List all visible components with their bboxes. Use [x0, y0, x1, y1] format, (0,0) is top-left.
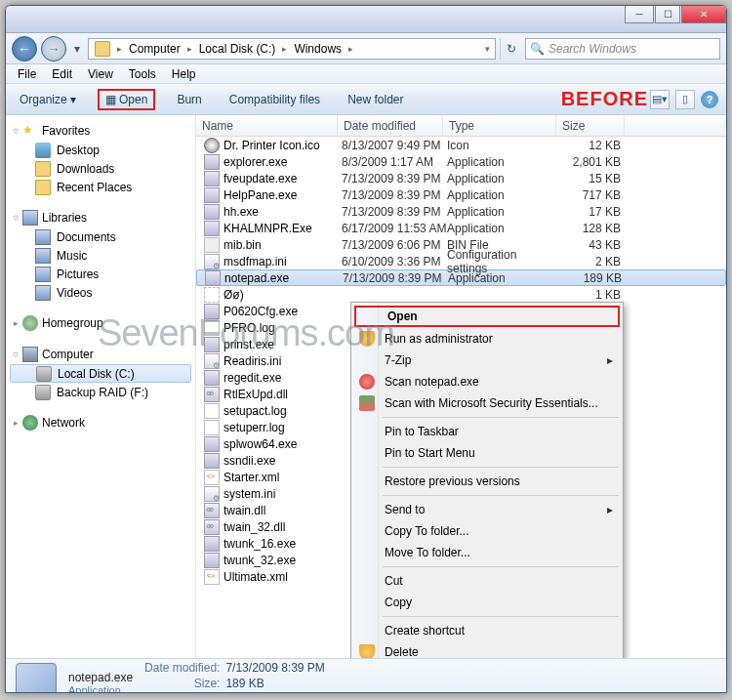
breadcrumb-windows[interactable]: Windows	[290, 40, 346, 58]
ctx-7zip[interactable]: 7-Zip	[353, 350, 621, 371]
file-name: Dr. Printer Icon.ico	[224, 139, 342, 152]
file-icon	[204, 436, 220, 452]
titlebar[interactable]: ─ ☐ ✕	[6, 6, 726, 33]
file-date: 6/10/2009 3:36 PM	[342, 255, 447, 268]
nav-network[interactable]: ▸Network	[6, 413, 195, 432]
shield-icon	[359, 331, 375, 347]
nav-libraries[interactable]: ▾Libraries	[6, 208, 195, 227]
file-icon	[204, 420, 220, 435]
preview-pane-button[interactable]: ▯	[675, 90, 695, 109]
file-row[interactable]: msdfmap.ini6/10/2009 3:36 PMConfiguratio…	[196, 253, 726, 269]
file-row[interactable]: fveupdate.exe7/13/2009 8:39 PMApplicatio…	[196, 170, 726, 186]
chevron-right-icon[interactable]: ▸	[279, 44, 290, 54]
file-icon	[204, 221, 220, 236]
shield-icon	[359, 644, 375, 658]
file-list-pane: Name Date modified Type Size Dr. Printer…	[196, 115, 726, 658]
file-row[interactable]: Øø)1 KB	[196, 286, 726, 303]
documents-icon	[35, 229, 51, 245]
col-size[interactable]: Size	[556, 115, 625, 136]
ctx-move-to[interactable]: Move To folder...	[353, 542, 621, 563]
nav-music[interactable]: Music	[6, 246, 195, 265]
scan-icon	[359, 374, 375, 390]
ctx-cut[interactable]: Cut	[353, 570, 621, 592]
file-row[interactable]: hh.exe7/13/2009 8:39 PMApplication17 KB	[196, 203, 726, 220]
libraries-icon	[22, 210, 38, 226]
forward-button[interactable]: →	[41, 36, 66, 62]
col-type[interactable]: Type	[443, 115, 556, 136]
file-row[interactable]: HelpPane.exe7/13/2009 8:39 PMApplication…	[196, 186, 726, 203]
minimize-button[interactable]: ─	[625, 6, 654, 23]
col-date[interactable]: Date modified	[338, 115, 443, 136]
nav-computer[interactable]: ▾Computer	[6, 345, 195, 364]
file-name: Starter.xml	[224, 471, 342, 484]
ctx-restore-versions[interactable]: Restore previous versions	[353, 471, 621, 492]
search-input[interactable]: 🔍 Search Windows	[525, 38, 720, 60]
nav-documents[interactable]: Documents	[6, 227, 195, 246]
ctx-scan-mse[interactable]: Scan with Microsoft Security Essentials.…	[353, 392, 621, 414]
nav-favorites[interactable]: ▾★Favorites	[6, 121, 195, 141]
help-button[interactable]: ?	[701, 91, 718, 108]
file-name: hh.exe	[224, 205, 342, 219]
nav-downloads[interactable]: Downloads	[6, 159, 195, 178]
file-icon	[204, 519, 220, 535]
maximize-button[interactable]: ☐	[655, 6, 680, 23]
view-options-button[interactable]: ▤▾	[650, 90, 670, 109]
breadcrumb[interactable]: ▸ Computer ▸ Local Disk (C:) ▸ Windows ▸…	[88, 38, 496, 60]
ctx-scan[interactable]: Scan notepad.exe	[353, 371, 621, 392]
nav-backup[interactable]: Backup RAID (F:)	[6, 383, 195, 401]
back-button[interactable]: ←	[12, 36, 37, 62]
history-dropdown[interactable]: ▾	[70, 39, 84, 59]
music-icon	[35, 248, 51, 264]
file-icon	[204, 237, 220, 253]
menu-view[interactable]: View	[80, 65, 121, 83]
file-type: Application	[447, 155, 560, 169]
nav-localdisk[interactable]: Local Disk (C:)	[10, 364, 191, 383]
menu-help[interactable]: Help	[164, 65, 204, 83]
breadcrumb-localdisk[interactable]: Local Disk (C:)	[195, 40, 280, 58]
file-row[interactable]: Dr. Printer Icon.ico8/13/2007 9:49 PMIco…	[196, 137, 726, 153]
chevron-down-icon[interactable]: ▾	[482, 44, 493, 54]
breadcrumb-computer[interactable]: Computer	[125, 40, 184, 58]
nav-recent[interactable]: Recent Places	[6, 178, 195, 196]
open-button[interactable]: ▦ Open	[98, 89, 155, 110]
chevron-right-icon[interactable]: ▸	[114, 44, 125, 54]
file-name: prinst.exe	[224, 338, 342, 351]
nav-desktop[interactable]: Desktop	[6, 141, 195, 159]
file-name: Øø)	[224, 288, 342, 302]
refresh-button[interactable]: ↻	[500, 38, 521, 60]
menu-tools[interactable]: Tools	[121, 65, 164, 83]
col-name[interactable]: Name	[196, 115, 338, 136]
open-icon: ▦	[105, 93, 116, 106]
ctx-send-to[interactable]: Send to	[353, 499, 621, 520]
ctx-copy-to[interactable]: Copy To folder...	[353, 520, 621, 542]
ctx-pin-taskbar[interactable]: Pin to Taskbar	[353, 421, 621, 442]
file-row[interactable]: notepad.exe7/13/2009 8:39 PMApplication1…	[196, 269, 726, 286]
file-name: ssndii.exe	[224, 454, 342, 468]
chevron-right-icon[interactable]: ▸	[184, 44, 195, 54]
file-name: PFRO.log	[224, 321, 342, 335]
search-icon: 🔍	[530, 42, 545, 56]
ctx-run-as-admin[interactable]: Run as administrator	[353, 328, 621, 350]
menu-edit[interactable]: Edit	[44, 65, 80, 83]
ctx-copy[interactable]: Copy	[353, 592, 621, 613]
file-row[interactable]: KHALMNPR.Exe6/17/2009 11:53 AMApplicatio…	[196, 220, 726, 236]
nav-homegroup[interactable]: ▸Homegroup	[6, 313, 195, 333]
ctx-delete[interactable]: Delete	[353, 641, 621, 658]
status-filename: notepad.exe	[68, 671, 133, 684]
menu-file[interactable]: File	[10, 65, 44, 83]
file-icon	[204, 187, 220, 203]
ctx-create-shortcut[interactable]: Create shortcut	[353, 620, 621, 641]
burn-button[interactable]: Burn	[171, 89, 207, 110]
close-button[interactable]: ✕	[681, 6, 726, 23]
new-folder-button[interactable]: New folder	[342, 89, 409, 110]
ctx-pin-startmenu[interactable]: Pin to Start Menu	[353, 442, 621, 464]
file-date: 7/13/2009 6:06 PM	[342, 238, 447, 252]
compat-files-button[interactable]: Compatibility files	[224, 89, 326, 110]
ctx-open[interactable]: Open	[354, 306, 620, 327]
file-row[interactable]: explorer.exe8/3/2009 1:17 AMApplication2…	[196, 153, 726, 170]
file-name: msdfmap.ini	[224, 255, 342, 268]
nav-pictures[interactable]: Pictures	[6, 265, 195, 283]
chevron-right-icon[interactable]: ▸	[346, 44, 356, 54]
nav-videos[interactable]: Videos	[6, 283, 195, 302]
organize-button[interactable]: Organize ▾	[14, 89, 82, 110]
